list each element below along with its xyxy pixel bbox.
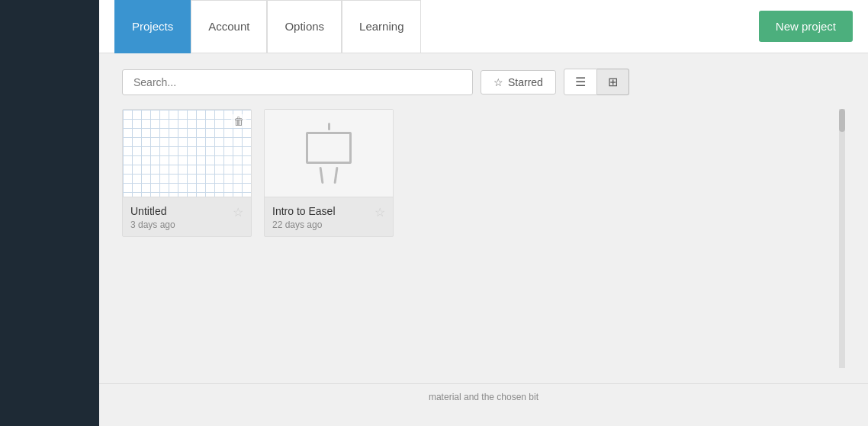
tab-account[interactable]: Account (191, 0, 267, 53)
easel-leg-right (333, 167, 338, 184)
scrollbar-track[interactable] (839, 109, 845, 368)
projects-scroll-area: 🗑 Untitled 3 days ago ☆ (122, 109, 845, 368)
list-view-button[interactable]: ☰ (564, 69, 597, 95)
scrollbar-thumb[interactable] (839, 109, 845, 132)
star-untitled-button[interactable]: ☆ (230, 205, 243, 219)
easel-icon (306, 123, 352, 184)
project-name-intro-easel: Intro to Easel (272, 205, 371, 217)
project-meta-intro-easel: Intro to Easel 22 days ago (272, 205, 371, 230)
new-project-button[interactable]: New project (759, 11, 853, 42)
tab-bar-left: Projects Account Options Learning (114, 0, 421, 53)
list-view-icon: ☰ (575, 75, 586, 89)
grid-view-icon: ⊞ (608, 75, 618, 89)
easel-top (328, 123, 330, 130)
project-thumbnail-intro-easel (265, 110, 393, 197)
project-name-untitled: Untitled (130, 205, 230, 217)
view-toggle: ☰ ⊞ (564, 69, 629, 95)
star-icon: ☆ (493, 76, 503, 88)
grid-view-button[interactable]: ⊞ (597, 69, 629, 95)
tab-options[interactable]: Options (267, 0, 342, 53)
starred-label: Starred (508, 76, 543, 88)
easel-leg-left (319, 167, 323, 184)
content-area: ☆ Starred ☰ ⊞ 🗑 (99, 53, 868, 383)
project-meta-untitled: Untitled 3 days ago (130, 205, 230, 230)
tab-bar: Projects Account Options Learning New pr… (99, 0, 868, 53)
delete-project-button[interactable]: 🗑 (231, 114, 246, 128)
easel-board (306, 132, 352, 164)
left-sidebar (0, 0, 99, 426)
project-info-intro-easel: Intro to Easel 22 days ago ☆ (265, 197, 393, 236)
easel-stand (320, 167, 337, 184)
main-container: Projects Account Options Learning New pr… (99, 0, 868, 426)
projects-grid: 🗑 Untitled 3 days ago ☆ (122, 109, 837, 237)
tab-bar-right: New project (759, 11, 853, 42)
projects-toolbar: ☆ Starred ☰ ⊞ (122, 69, 845, 95)
starred-filter-button[interactable]: ☆ Starred (481, 70, 556, 94)
project-info-untitled: Untitled 3 days ago ☆ (123, 197, 251, 236)
project-card-intro-easel[interactable]: Intro to Easel 22 days ago ☆ (264, 109, 394, 237)
project-thumbnail-untitled: 🗑 (123, 110, 251, 197)
star-intro-easel-button[interactable]: ☆ (371, 205, 385, 219)
tab-projects[interactable]: Projects (114, 0, 191, 53)
project-date-untitled: 3 days ago (130, 219, 230, 230)
bottom-text: material and the chosen bit (429, 392, 538, 402)
bottom-bar: material and the chosen bit (99, 383, 868, 410)
project-date-intro-easel: 22 days ago (272, 219, 371, 230)
search-input[interactable] (122, 69, 473, 95)
project-card-untitled[interactable]: 🗑 Untitled 3 days ago ☆ (122, 109, 252, 237)
tab-learning[interactable]: Learning (342, 0, 421, 53)
